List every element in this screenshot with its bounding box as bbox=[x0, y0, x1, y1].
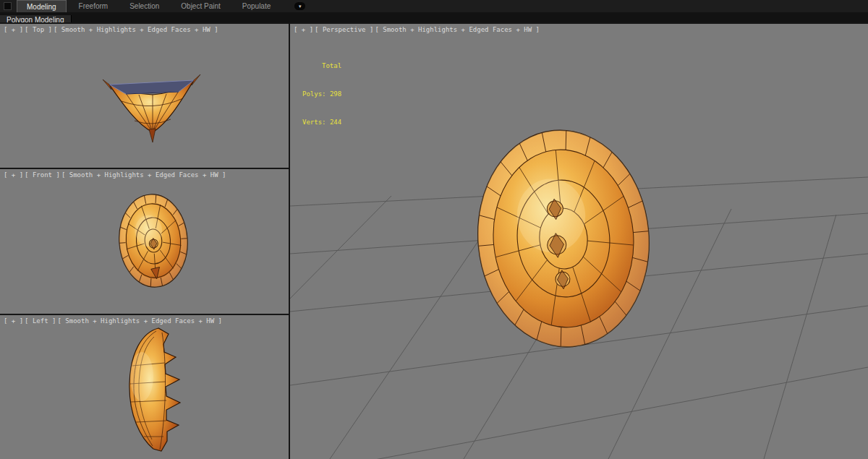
viewport-menu-view[interactable]: [ Perspective ] bbox=[315, 26, 373, 33]
viewport-label: [ + ] [ Perspective ] [ Smooth + Highlig… bbox=[294, 26, 540, 33]
viewport-menu-view[interactable]: [ Front ] bbox=[25, 171, 60, 179]
ribbon-panel-bar: Polygon Modeling bbox=[0, 12, 868, 22]
viewport-statistics: Total Polys: 298 Verts: 244 bbox=[302, 43, 341, 146]
viewport-menu-view[interactable]: [ Top ] bbox=[25, 26, 52, 33]
viewport-menu-plus[interactable]: [ + ] bbox=[4, 171, 23, 179]
turtle-shell-model[interactable] bbox=[116, 192, 191, 289]
viewport-menu-plus[interactable]: [ + ] bbox=[294, 26, 313, 33]
viewport-menu-plus[interactable]: [ + ] bbox=[4, 26, 23, 33]
viewport-canvas-top bbox=[0, 24, 289, 168]
stats-polys: Polys: 298 bbox=[302, 90, 341, 99]
viewport-front[interactable]: [ + ] [ Front ] [ Smooth + Highlights + … bbox=[0, 169, 289, 314]
ribbon-minimize-icon[interactable]: ▾ bbox=[294, 2, 305, 10]
ribbon-tab-freeform[interactable]: Freeform bbox=[69, 0, 118, 12]
viewport-label: [ + ] [ Top ] [ Smooth + Highlights + Ed… bbox=[4, 26, 218, 33]
viewport-left[interactable]: [ + ] [ Left ] [ Smooth + Highlights + E… bbox=[0, 315, 289, 459]
viewport-menu-shading[interactable]: [ Smooth + Highlights + Edged Faces + HW… bbox=[61, 171, 226, 179]
viewport-menu-view[interactable]: [ Left ] bbox=[25, 317, 56, 325]
viewport-label: [ + ] [ Left ] [ Smooth + Highlights + E… bbox=[4, 317, 222, 325]
ribbon-tab-selection[interactable]: Selection bbox=[120, 0, 169, 12]
app-menu-icon[interactable] bbox=[4, 2, 12, 10]
ribbon-tab-object-paint[interactable]: Object Paint bbox=[171, 0, 229, 12]
turtle-shell-model[interactable] bbox=[103, 74, 200, 142]
viewport-canvas-left bbox=[0, 315, 289, 459]
viewport-menu-shading[interactable]: [ Smooth + Highlights + Edged Faces + HW… bbox=[54, 26, 218, 33]
viewport-label: [ + ] [ Front ] [ Smooth + Highlights + … bbox=[4, 171, 226, 179]
ribbon-tab-bar: Modeling Freeform Selection Object Paint… bbox=[0, 0, 868, 12]
turtle-shell-model[interactable] bbox=[129, 328, 180, 451]
viewport-perspective[interactable]: [ + ] [ Perspective ] [ Smooth + Highlig… bbox=[290, 24, 868, 459]
viewport-menu-plus[interactable]: [ + ] bbox=[4, 317, 23, 325]
viewport-canvas-front bbox=[0, 169, 289, 314]
ribbon-tab-modeling[interactable]: Modeling bbox=[17, 0, 67, 12]
viewport-canvas-perspective bbox=[290, 24, 868, 459]
viewport-menu-shading[interactable]: [ Smooth + Highlights + Edged Faces + HW… bbox=[57, 317, 222, 325]
viewport-top[interactable]: [ + ] [ Top ] [ Smooth + Highlights + Ed… bbox=[0, 24, 289, 168]
ribbon-tab-populate[interactable]: Populate bbox=[233, 0, 280, 12]
stats-total-label: Total bbox=[322, 61, 341, 71]
viewport-menu-shading[interactable]: [ Smooth + Highlights + Edged Faces + HW… bbox=[375, 26, 540, 33]
turtle-shell-model[interactable] bbox=[469, 123, 658, 354]
stats-verts: Verts: 244 bbox=[302, 118, 341, 127]
